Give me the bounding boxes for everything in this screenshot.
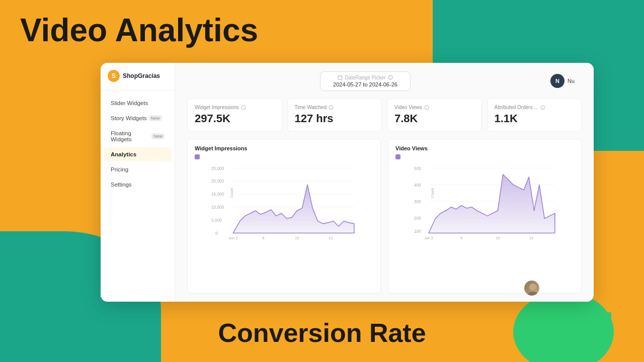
bottom-title: Conversion Rate <box>218 318 426 348</box>
sidebar-item-label: Floating Widgets <box>111 130 149 142</box>
date-picker-label: DateRange Picker i <box>338 75 392 80</box>
stat-value: 1.1K <box>495 112 575 125</box>
svg-text:25,000: 25,000 <box>211 166 224 171</box>
svg-text:i: i <box>426 107 427 110</box>
stat-widget-impressions: Widget Impressions i 297.5K <box>187 98 282 132</box>
chart-area: 500 400 300 200 100 Count <box>395 161 574 242</box>
stat-time-watched: Time Watched i 127 hrs <box>287 98 382 132</box>
svg-text:400: 400 <box>414 183 421 188</box>
svg-text:15,000: 15,000 <box>211 192 224 197</box>
charts-row: Widget Impressions 25,000 20,000 15,000 … <box>187 139 582 294</box>
sidebar-item-label: Pricing <box>111 166 128 172</box>
calendar-icon <box>338 75 343 80</box>
svg-text:22: 22 <box>329 236 333 240</box>
sidebar-item-floating-widgets[interactable]: Floating Widgets New <box>104 126 172 146</box>
logo-icon: S <box>108 70 120 82</box>
svg-text:20,000: 20,000 <box>211 179 224 184</box>
stat-value: 297.5K <box>195 112 275 125</box>
user-avatar: N <box>550 74 565 88</box>
new-badge: New <box>151 133 165 139</box>
bottom-corner-avatar <box>523 280 540 297</box>
svg-text:i: i <box>542 107 543 110</box>
svg-point-46 <box>529 284 536 291</box>
svg-text:i: i <box>331 107 332 110</box>
chart-video-views: Video Views 500 400 300 200 100 Count <box>388 139 582 294</box>
chart-title: Widget Impressions <box>195 145 373 151</box>
sidebar-item-settings[interactable]: Settings <box>104 177 172 192</box>
sidebar-nav: Slider Widgets Story Widgets New Floatin… <box>101 96 175 192</box>
stat-value: 127 hrs <box>295 112 375 125</box>
svg-text:Jun 2: Jun 2 <box>229 236 238 240</box>
svg-text:15: 15 <box>496 236 500 240</box>
info-icon: i <box>329 105 334 110</box>
svg-text:22: 22 <box>529 236 533 240</box>
sidebar-item-label: Story Widgets <box>111 115 147 121</box>
stat-value: 7.8K <box>394 112 474 125</box>
svg-text:Jun 2: Jun 2 <box>424 236 433 240</box>
stat-label: Time Watched i <box>295 105 375 110</box>
svg-text:Count: Count <box>430 188 435 198</box>
sidebar-item-story-widgets[interactable]: Story Widgets New <box>104 111 172 125</box>
sidebar-item-slider-widgets[interactable]: Slider Widgets <box>104 96 172 110</box>
sidebar-item-label: Settings <box>111 182 132 188</box>
svg-text:i: i <box>243 107 244 110</box>
stat-label: Video Views i <box>394 105 474 110</box>
sidebar-item-pricing[interactable]: Pricing <box>104 162 172 176</box>
stats-row: Widget Impressions i 297.5K Time Watched… <box>187 98 582 132</box>
svg-text:8: 8 <box>460 236 462 240</box>
svg-text:500: 500 <box>414 166 421 171</box>
chart-title: Video Views <box>395 145 574 151</box>
user-name: Nu <box>568 78 575 84</box>
info-icon: i <box>388 75 393 80</box>
window-user-area: N Nu <box>543 71 582 91</box>
stat-attributed-orders: Attributed Orders ... i 1.1K <box>487 98 582 132</box>
chart-legend <box>395 154 574 159</box>
info-icon: i <box>424 105 429 110</box>
chart-area: 25,000 20,000 15,000 10,000 5,000 0 Coun… <box>195 161 373 242</box>
video-views-chart-svg: 500 400 300 200 100 Count <box>395 161 574 242</box>
legend-color-box <box>195 154 200 159</box>
arrow-up-icon <box>569 310 614 352</box>
stat-label: Attributed Orders ... i <box>495 105 575 110</box>
stat-label: Widget Impressions i <box>195 105 275 110</box>
sidebar-logo: S ShopGracias <box>101 70 175 90</box>
main-content: DateRange Picker i 2024-05-27 to 2024-06… <box>175 63 594 302</box>
svg-text:i: i <box>390 76 390 79</box>
stat-video-views: Video Views i 7.8K <box>387 98 482 132</box>
page-title: Video Analytics <box>20 14 258 46</box>
chart-legend <box>195 154 373 159</box>
logo-text: ShopGracias <box>123 72 160 79</box>
svg-text:Count: Count <box>229 188 234 198</box>
sidebar-item-label: Slider Widgets <box>111 100 148 106</box>
date-range-value: 2024-05-27 to 2024-06-26 <box>333 81 397 87</box>
sidebar: S ShopGracias Slider Widgets Story Widge… <box>101 63 175 302</box>
sidebar-item-label: Analytics <box>111 151 136 157</box>
svg-text:10,000: 10,000 <box>211 205 224 210</box>
impressions-chart-svg: 25,000 20,000 15,000 10,000 5,000 0 Coun… <box>195 161 373 242</box>
svg-rect-1 <box>338 76 342 79</box>
date-range-picker[interactable]: DateRange Picker i 2024-05-27 to 2024-06… <box>320 71 411 91</box>
legend-color-box <box>395 154 400 159</box>
svg-point-47 <box>527 292 538 297</box>
svg-text:5,000: 5,000 <box>211 218 222 223</box>
info-icon: i <box>241 105 246 110</box>
svg-text:15: 15 <box>295 236 299 240</box>
svg-text:0: 0 <box>215 231 218 236</box>
info-icon: i <box>540 105 545 110</box>
svg-text:300: 300 <box>414 200 421 204</box>
top-bar: DateRange Picker i 2024-05-27 to 2024-06… <box>187 71 582 91</box>
sidebar-item-analytics[interactable]: Analytics <box>104 147 172 161</box>
svg-text:100: 100 <box>414 229 421 234</box>
app-window: S ShopGracias Slider Widgets Story Widge… <box>101 63 594 302</box>
svg-text:8: 8 <box>262 236 264 240</box>
new-badge: New <box>149 115 162 121</box>
svg-text:200: 200 <box>414 216 421 221</box>
chart-widget-impressions: Widget Impressions 25,000 20,000 15,000 … <box>187 139 381 294</box>
